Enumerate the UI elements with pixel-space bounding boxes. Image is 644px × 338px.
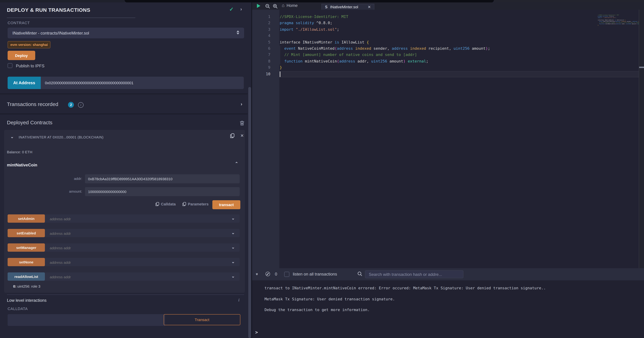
zoom-out-icon[interactable] [265,4,270,9]
contract-instance-title: INATIVEMINTER AT 0X020...00001 (BLOCKCHA… [19,135,104,139]
terminal-log-line: transact to INativeMinter.mintNativeCoin… [264,286,546,290]
code-line: //SPDX-License-Identifier: MIT [598,14,610,16]
title-underline [7,18,135,18]
function-row-setManager: setManager⌄ [8,244,240,252]
code-line: import "./IAllowList.sol"; [280,26,490,33]
setNone-input[interactable] [49,258,202,267]
terminal-menu-bar: » 0 listen on all transactions [252,268,644,280]
info-icon[interactable]: i [78,102,84,108]
deploy-run-panel: DEPLOY & RUN TRANSACTIONS ✓ › CONTRACT I… [0,2,248,338]
at-address-button[interactable]: At Address [8,77,41,89]
terminal-search-input[interactable] [365,270,464,278]
copy-icon [182,202,186,206]
expand-chevron-icon[interactable]: ⌄ [231,274,235,278]
select-arrows-icon [236,30,239,34]
contract-select-value: INativeMinter - contracts/INativeMinter.… [12,30,89,36]
code-editor[interactable]: 12345678910 //SPDX-License-Identifier: M… [252,10,644,268]
listen-transactions-checkbox[interactable] [284,272,289,277]
trash-icon[interactable] [240,120,244,126]
terminal-prompt: > [255,330,258,335]
tab-inativeminter-sol[interactable]: S INativeMinter.sol ✕ [322,4,374,10]
section-divider [7,294,244,295]
code-line: interface INativeMinter is IAllowList { [280,39,490,46]
code-line: pragma solidity ^0.8.0; [280,20,490,26]
overview-ruler-cursor-marker [639,67,644,68]
code-line: } [280,64,490,71]
code-line [598,18,610,20]
publish-ipfs-label: Publish to IPFS [16,64,44,68]
code-line: function mintNativeCoin(address addr, ui… [280,58,490,64]
zoom-in-icon[interactable] [273,4,278,9]
deploy-button[interactable]: Deploy [8,51,35,60]
setManager-button[interactable]: setManager [8,244,45,252]
top-strip-left [0,0,125,2]
transactions-count-badge: 2 [68,102,74,108]
function-row-setNone: setNone⌄ [8,258,240,266]
expand-chevron-icon[interactable]: ⌄ [231,259,235,264]
copy-parameters-button[interactable]: Parameters [182,202,208,206]
setManager-input[interactable] [49,244,202,252]
sidebar-scrollbar[interactable] [248,87,251,338]
readAllowList-input[interactable] [49,272,202,282]
addr-field-input[interactable] [85,174,240,183]
transactions-expand-chevron-icon[interactable]: › [241,101,242,107]
gutter-numbers: 12345678910 [252,14,270,77]
contract-select[interactable]: INativeMinter - contracts/INativeMinter.… [8,28,244,38]
home-tab-label: Home [286,3,298,8]
active-tab-label: INativeMinter.sol [330,5,358,9]
function-collapse-chevron-icon[interactable]: ⌃ [235,161,238,166]
overview-ruler[interactable] [639,10,644,268]
low-level-transact-button[interactable]: Transact [164,314,240,325]
close-tab-icon[interactable]: ✕ [368,5,371,9]
low-level-interactions-label: Low level interactions [7,298,46,303]
terminal-log-line: MetaMask Tx Signature: User denied trans… [264,297,395,301]
copy-address-icon[interactable] [230,133,234,138]
transactions-recorded-label: Transactions recorded [7,101,58,107]
calldata-input[interactable] [8,314,165,326]
listen-transactions-label: listen on all transactions [293,272,337,276]
setAdmin-input[interactable] [49,214,202,224]
function-row-readAllowList: readAllowList⌄ [8,272,240,281]
top-strip-right [494,0,644,2]
deployed-contract-card: ⌄ INATIVEMINTER AT 0X020...00001 (BLOCKC… [4,130,245,293]
code-line: event NativeCoinMinted(address indexed s… [598,21,610,22]
call-result: 0: uint256: role 3 [13,284,40,288]
compile-success-check-icon: ✓ [229,6,234,12]
panel-expand-chevron-icon[interactable]: › [240,6,242,12]
home-icon: ⌂ [282,4,284,8]
expand-chevron-icon[interactable]: ⌄ [231,245,235,250]
copy-calldata-button[interactable]: Calldata [156,202,176,206]
clear-console-icon[interactable] [266,272,270,276]
transact-button[interactable]: transact [212,200,240,209]
setAdmin-button[interactable]: setAdmin [8,214,45,223]
setEnabled-button[interactable]: setEnabled [8,229,45,237]
contract-collapse-chevron-icon[interactable]: ⌄ [10,134,14,139]
code-line: } [598,25,610,26]
editor-tab-bar [252,2,644,10]
panel-title: DEPLOY & RUN TRANSACTIONS [7,7,90,13]
expand-chevron-icon[interactable]: ⌄ [231,230,235,235]
solidity-file-icon: S [325,5,328,9]
expand-chevron-icon[interactable]: ⌄ [231,216,235,220]
contract-label: CONTRACT [8,21,30,25]
terminal-output[interactable]: transact to INativeMinter.mintNativeCoin… [252,280,644,338]
tab-home[interactable]: ⌂ Home [282,3,298,8]
info-icon[interactable]: i [238,297,240,303]
run-script-play-icon[interactable] [257,4,260,8]
remove-contract-icon[interactable]: ✕ [240,133,244,138]
amount-field-input[interactable] [85,187,240,196]
at-address-input[interactable] [41,77,244,89]
deployed-contracts-label: Deployed Contracts [7,120,52,125]
contract-balance: Balance: 0 ETH [7,150,32,154]
readAllowList-button[interactable]: readAllowList [8,272,45,281]
setEnabled-input[interactable] [49,229,202,238]
function-name-label: mintNativeCoin [7,162,37,168]
code-line [280,71,490,77]
publish-ipfs-checkbox[interactable] [8,63,12,68]
code-line: // Mint [amount] number of native coins … [598,22,610,23]
evm-version-badge: evm version: shanghai [8,41,50,48]
terminal-collapse-icon[interactable]: » [255,273,260,274]
setNone-button[interactable]: setNone [8,258,45,266]
minimap[interactable]: //SPDX-License-Identifier: MITpragma sol… [598,14,639,84]
code-line [280,33,490,39]
